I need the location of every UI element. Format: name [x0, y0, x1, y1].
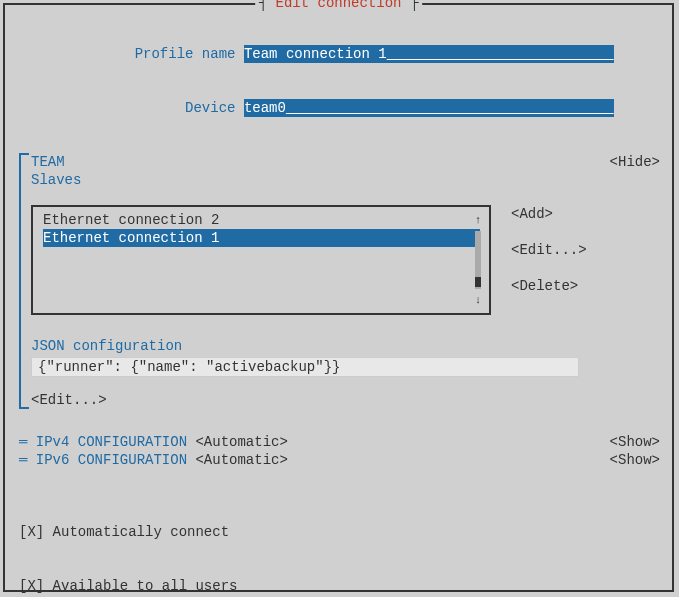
scroll-up-icon[interactable]: ↑ — [475, 211, 482, 229]
team-section: TEAM Slaves <Hide> Ethernet connection 2… — [19, 153, 660, 409]
device-label-text: Device — [185, 100, 235, 116]
scroll-track[interactable] — [475, 231, 481, 289]
profile-name-label — [67, 46, 134, 62]
hide-button[interactable]: <Hide> — [610, 153, 660, 189]
add-button[interactable]: <Add> — [511, 205, 587, 223]
edit-json-button[interactable]: <Edit...> — [31, 391, 660, 409]
scroll-down-icon[interactable]: ↓ — [475, 291, 482, 309]
list-item[interactable]: Ethernet connection 1 — [33, 229, 489, 247]
team-heading: TEAM — [31, 153, 81, 171]
json-config-value: {"runner": {"name": "activebackup"}} — [31, 357, 579, 377]
device-label — [67, 100, 185, 116]
delete-button[interactable]: <Delete> — [511, 277, 587, 295]
edit-connection-window: ┤ Edit connection ├ Profile name Team co… — [3, 3, 674, 592]
ipv4-label: IPv4 CONFIGURATION — [36, 434, 187, 450]
ipv6-label: IPv6 CONFIGURATION — [36, 452, 187, 468]
slaves-list[interactable]: Ethernet connection 2 Ethernet connectio… — [31, 205, 491, 315]
list-item[interactable]: Ethernet connection 2 — [33, 211, 489, 229]
ipv6-mode-button[interactable]: <Automatic> — [195, 452, 287, 468]
ipv6-show-button[interactable]: <Show> — [610, 451, 660, 469]
ipv4-mode-button[interactable]: <Automatic> — [195, 434, 287, 450]
auto-connect-checkbox[interactable]: [X] Automatically connect — [19, 523, 660, 541]
ipv4-show-button[interactable]: <Show> — [610, 433, 660, 451]
profile-name-input[interactable]: Team connection 1 — [244, 45, 614, 63]
slaves-label: Slaves — [31, 171, 81, 189]
edit-slave-button[interactable]: <Edit...> — [511, 241, 587, 259]
window-title: Edit connection — [275, 0, 401, 11]
all-users-checkbox[interactable]: [X] Available to all users — [19, 577, 660, 595]
json-config-label: JSON configuration — [31, 337, 660, 355]
window-title-wrap: ┤ Edit connection ├ — [255, 0, 423, 12]
device-input[interactable]: team0 — [244, 99, 614, 117]
slaves-scrollbar[interactable]: ↑ ↓ — [473, 211, 483, 309]
profile-name-label-text: Profile name — [135, 46, 236, 62]
scroll-thumb[interactable] — [475, 277, 481, 287]
